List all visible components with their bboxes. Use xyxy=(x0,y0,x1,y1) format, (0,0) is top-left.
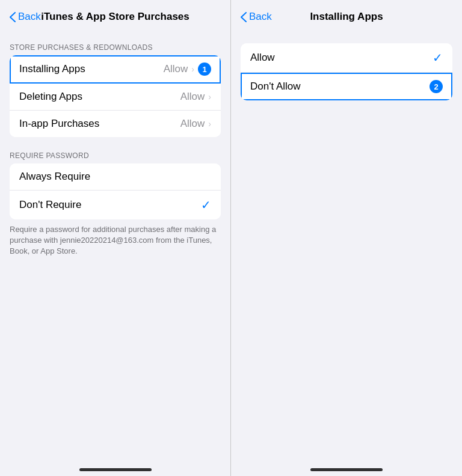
left-home-indicator xyxy=(79,468,152,471)
allow-option-label: Allow xyxy=(250,52,275,64)
always-require-row[interactable]: Always Require xyxy=(10,163,221,191)
installing-apps-value-group: Allow › 1 xyxy=(164,63,211,76)
left-nav-title: iTunes & App Store Purchases xyxy=(41,11,189,23)
right-spacer xyxy=(231,34,462,43)
step-badge-2: 2 xyxy=(430,80,443,93)
right-nav-title: Installing Apps xyxy=(310,11,383,23)
dont-require-row[interactable]: Don't Require ✓ xyxy=(10,191,221,219)
right-back-button[interactable]: Back xyxy=(241,11,272,23)
installing-apps-row[interactable]: Installing Apps Allow › 1 xyxy=(10,55,221,84)
allow-option-row[interactable]: Allow ✓ xyxy=(241,43,452,73)
dont-require-checkmark: ✓ xyxy=(201,198,211,212)
options-group: Allow ✓ Don't Allow 2 xyxy=(241,43,452,100)
right-panel: Back Installing Apps Allow ✓ Don't Allow… xyxy=(231,0,462,476)
store-settings-group: Installing Apps Allow › 1 Deleting Apps … xyxy=(10,55,221,137)
deleting-apps-value: Allow xyxy=(180,91,205,103)
deleting-apps-chevron: › xyxy=(208,92,211,102)
right-nav-bar: Back Installing Apps xyxy=(231,0,462,34)
store-section-label: STORE PURCHASES & REDOWNLOADS xyxy=(0,34,230,55)
inapp-purchases-label: In-app Purchases xyxy=(19,118,99,130)
inapp-purchases-value: Allow xyxy=(180,118,205,130)
left-panel: Back iTunes & App Store Purchases STORE … xyxy=(0,0,231,476)
inapp-purchases-row[interactable]: In-app Purchases Allow › xyxy=(10,111,221,137)
password-section-label: REQUIRE PASSWORD xyxy=(0,142,230,163)
inapp-purchases-chevron: › xyxy=(208,119,211,129)
password-settings-group: Always Require Don't Require ✓ xyxy=(10,163,221,219)
left-nav-bar: Back iTunes & App Store Purchases xyxy=(0,0,230,34)
installing-apps-label: Installing Apps xyxy=(19,63,85,75)
always-require-label: Always Require xyxy=(19,171,90,183)
deleting-apps-row[interactable]: Deleting Apps Allow › xyxy=(10,84,221,111)
dont-allow-option-row[interactable]: Don't Allow 2 xyxy=(241,73,452,100)
right-back-label: Back xyxy=(249,11,272,23)
left-back-button[interactable]: Back xyxy=(10,11,41,23)
right-home-indicator xyxy=(310,468,383,471)
installing-apps-chevron: › xyxy=(191,64,194,74)
step-badge-1: 1 xyxy=(198,63,211,76)
password-footer: Require a password for additional purcha… xyxy=(0,219,230,257)
dont-allow-option-label: Don't Allow xyxy=(250,81,425,93)
dont-require-label: Don't Require xyxy=(19,199,81,211)
deleting-apps-value-group: Allow › xyxy=(180,91,211,103)
left-back-label: Back xyxy=(18,11,41,23)
deleting-apps-label: Deleting Apps xyxy=(19,91,82,103)
installing-apps-value: Allow xyxy=(164,63,188,75)
inapp-purchases-value-group: Allow › xyxy=(180,118,211,130)
allow-checkmark: ✓ xyxy=(433,50,443,65)
